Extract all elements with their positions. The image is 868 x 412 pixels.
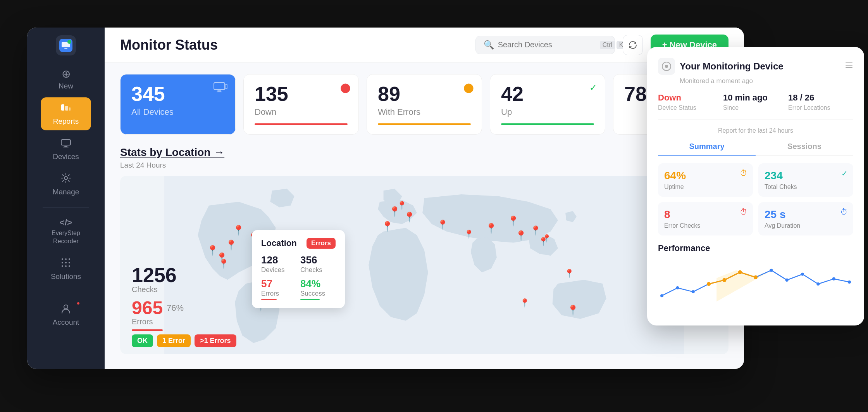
- device-errors-item: 18 / 26 Error Locations: [788, 93, 853, 111]
- sidebar-divider: [43, 207, 89, 208]
- svg-rect-6: [69, 107, 71, 111]
- svg-point-10: [64, 177, 67, 180]
- app-window: ⊕ New Reports: [27, 28, 744, 369]
- device-panel-header: Your Monitoring Device: [658, 58, 853, 75]
- sidebar-item-devices[interactable]: Devices: [41, 133, 91, 166]
- device-subtitle: Monitored a moment ago: [658, 77, 853, 85]
- device-metrics: 64% Uptime ⏱ 234 Total Cheks ✓ 8 Error C…: [658, 163, 853, 235]
- sidebar-item-devices-label: Devices: [53, 152, 79, 161]
- svg-point-15: [65, 262, 67, 263]
- svg-point-60: [754, 275, 758, 279]
- svg-rect-7: [61, 140, 71, 145]
- all-devices-label: All Devices: [131, 107, 224, 117]
- metric-total-checks: 234 Total Cheks ✓: [758, 163, 853, 197]
- checks-label: Checks: [132, 285, 184, 294]
- svg-text:📍: 📍: [381, 220, 394, 232]
- errors-map-label: Errors: [132, 317, 184, 326]
- svg-point-66: [848, 280, 851, 284]
- sidebar-item-reports[interactable]: Reports: [41, 97, 91, 130]
- down-label: Down: [255, 107, 348, 117]
- map-header: Stats by Location →: [120, 146, 728, 159]
- sidebar-item-manage[interactable]: Manage: [41, 168, 91, 201]
- svg-point-19: [69, 265, 70, 267]
- svg-point-59: [738, 270, 742, 274]
- errors-pct: 76%: [167, 303, 184, 313]
- avg-duration-val: 25 s: [765, 208, 847, 221]
- performance-section: Performance: [658, 243, 853, 315]
- device-since-val: 10 min ago: [723, 93, 788, 103]
- all-devices-count: 345: [131, 84, 224, 104]
- sidebar-divider-2: [43, 292, 89, 292]
- device-title: Your Monitoring Device: [680, 61, 840, 72]
- tabs-header: Report for the last 24 hours: [658, 127, 853, 134]
- svg-point-49: [665, 65, 668, 68]
- error-checks-icon: ⏱: [740, 208, 747, 216]
- down-bar: [255, 123, 348, 125]
- sidebar: ⊕ New Reports: [27, 28, 105, 369]
- loc-success-label: Success: [300, 290, 336, 298]
- up-bar: [501, 123, 594, 125]
- svg-text:📍: 📍: [564, 268, 575, 279]
- stat-card-down[interactable]: 135 Down ⬤: [243, 74, 359, 135]
- device-list-icon[interactable]: [845, 61, 853, 72]
- metric-error-checks: 8 Error Checks ⏱: [658, 202, 753, 235]
- svg-text:📍: 📍: [464, 229, 474, 239]
- refresh-button[interactable]: [623, 35, 643, 55]
- sidebar-item-everystep[interactable]: </> EveryStep Recorder: [41, 214, 91, 250]
- device-status-row: Down Device Status 10 min ago Since 18 /…: [658, 93, 853, 119]
- sidebar-item-new[interactable]: ⊕ New: [41, 64, 91, 95]
- location-popup: Location Errors 128 Devices 356 Checks: [252, 230, 345, 308]
- tab-summary[interactable]: Summary: [658, 138, 756, 156]
- sidebar-item-everystep-label: EveryStep Recorder: [44, 229, 88, 246]
- loc-checks-num: 356: [300, 254, 336, 266]
- total-checks: 1256: [132, 265, 184, 285]
- map-title[interactable]: Stats by Location →: [120, 146, 224, 159]
- all-devices-icon: [214, 82, 227, 96]
- search-bar[interactable]: 🔍 Ctrl K: [475, 36, 615, 54]
- svg-text:📍: 📍: [437, 219, 448, 230]
- loc-devices-label: Devices: [261, 266, 296, 274]
- loc-checks: 356 Checks: [300, 254, 336, 274]
- svg-text:📍: 📍: [542, 234, 551, 243]
- stat-card-errors[interactable]: 89 With Errors ⬤: [367, 74, 482, 135]
- sidebar-item-solutions[interactable]: Solutions: [41, 253, 91, 286]
- svg-point-63: [801, 273, 804, 276]
- loc-errors: 57 Errors: [261, 278, 296, 300]
- errors-label: With Errors: [378, 107, 471, 117]
- map-container: 📍 📍 📍 📍 📍 📍 📍 📍 📍 📍: [120, 176, 728, 354]
- reports-icon: [60, 102, 71, 115]
- svg-point-54: [660, 294, 663, 297]
- error-checks-val: 8: [664, 208, 747, 221]
- loc-success-bar: [300, 299, 320, 300]
- svg-point-57: [707, 282, 711, 286]
- svg-marker-53: [716, 268, 775, 302]
- search-input[interactable]: [498, 40, 596, 49]
- metric-avg-duration: 25 s Avg Duration ⏱: [758, 202, 853, 235]
- errors-count: 965: [132, 299, 163, 317]
- svg-text:📍: 📍: [567, 304, 579, 316]
- stat-card-up[interactable]: 42 Up ✓: [490, 74, 605, 135]
- errors-icon: ⬤: [463, 82, 474, 93]
- sidebar-item-solutions-label: Solutions: [51, 272, 81, 281]
- svg-rect-21: [214, 83, 225, 90]
- svg-text:📍: 📍: [232, 224, 245, 236]
- search-shortcut: Ctrl K: [600, 41, 626, 49]
- device-error-loc-val: 18 / 26: [788, 93, 853, 103]
- device-since-label: Since: [723, 104, 788, 111]
- new-icon: ⊕: [62, 69, 71, 80]
- svg-point-55: [676, 286, 679, 289]
- svg-point-61: [770, 269, 773, 272]
- location-title: Location: [261, 238, 297, 248]
- location-popup-header: Location Errors: [261, 238, 336, 249]
- stat-card-all[interactable]: 345 All Devices: [120, 74, 236, 135]
- sidebar-item-account[interactable]: Account: [41, 298, 91, 331]
- loc-errors-bar: [261, 299, 277, 300]
- svg-rect-4: [61, 104, 64, 111]
- map-overlay-stats: 1256 Checks 965 76% Errors: [132, 265, 184, 331]
- performance-chart: [658, 259, 853, 313]
- up-label: Up: [501, 107, 594, 117]
- tab-sessions[interactable]: Sessions: [756, 138, 853, 155]
- svg-point-16: [69, 262, 70, 263]
- svg-rect-51: [846, 65, 852, 66]
- location-errors-badge: Errors: [307, 238, 336, 249]
